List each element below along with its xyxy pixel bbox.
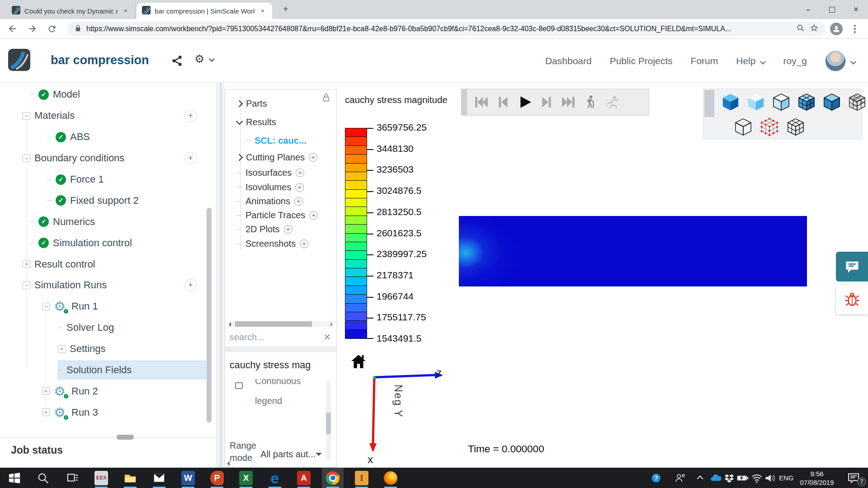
collapse-icon[interactable]: − xyxy=(23,282,30,289)
skip-end-button[interactable] xyxy=(560,95,576,109)
post-tree-item-results[interactable]: Results xyxy=(225,112,336,132)
tray-wifi-icon[interactable] xyxy=(750,468,764,488)
window-maximize-button[interactable] xyxy=(820,0,844,19)
sim-tree-item-result-control[interactable]: +Result control xyxy=(0,253,216,275)
clock[interactable]: 9:56 07/08/2019 xyxy=(792,468,842,488)
browser-tab-2[interactable]: bar compression | SimScale Work xyxy=(137,3,272,19)
taskbar-edge-icon[interactable]: e xyxy=(264,468,286,488)
chevron-down-icon[interactable] xyxy=(850,59,856,65)
expand-icon[interactable]: + xyxy=(42,387,50,395)
dropdown-arrow-icon[interactable] xyxy=(316,453,322,459)
toolbar-handle[interactable] xyxy=(462,89,467,115)
cube-solid-button[interactable] xyxy=(720,91,741,113)
taskbar-firefox-icon[interactable] xyxy=(380,468,401,488)
bookmark-star-icon[interactable] xyxy=(810,23,819,34)
add-isosurfaces-button[interactable] xyxy=(296,169,304,177)
tab-close-icon[interactable] xyxy=(259,7,267,15)
panel-resize-handle[interactable] xyxy=(117,435,134,440)
add-boundary-conditions-button[interactable] xyxy=(184,152,197,164)
taskbar-imagine-icon[interactable]: I xyxy=(351,468,373,488)
clear-search-icon[interactable] xyxy=(323,332,331,343)
tab-close-icon[interactable] xyxy=(122,7,130,15)
nav-forum[interactable]: Forum xyxy=(691,56,718,66)
browser-tab-1[interactable]: Could you check my Dynamic sim xyxy=(6,3,136,19)
sim-tree-item-solution-fields[interactable]: Solution Fields xyxy=(0,360,216,381)
scroll-left-arrow-icon[interactable] xyxy=(227,461,230,466)
forward-icon[interactable] xyxy=(24,21,40,37)
cube-surface-button[interactable] xyxy=(821,91,843,113)
taskbar-mail-icon[interactable] xyxy=(148,468,170,488)
taskbar-task-view-icon[interactable] xyxy=(61,468,83,488)
scroll-right-arrow-icon[interactable] xyxy=(330,322,333,327)
browser-profile-icon[interactable] xyxy=(830,23,843,35)
taskbar-powerpoint-icon[interactable]: P xyxy=(206,468,228,488)
tree-scrollbar-thumb[interactable] xyxy=(207,208,212,422)
chevron-down-icon[interactable] xyxy=(209,56,215,62)
sim-tree-item-settings[interactable]: +Settings xyxy=(0,338,216,360)
toolbar-handle[interactable] xyxy=(704,90,714,117)
tray-volume-icon[interactable] xyxy=(764,468,777,488)
panel-gutter[interactable] xyxy=(216,83,225,468)
sim-tree-item-run-1[interactable]: −⚙Run 1 xyxy=(0,296,216,317)
scrollbar-thumb[interactable] xyxy=(235,321,312,327)
post-tree-item-isovolumes[interactable]: Isovolumes xyxy=(225,180,336,194)
post-tree-item-screenshots[interactable]: Screenshots xyxy=(225,236,336,251)
scrollbar-thumb[interactable] xyxy=(326,413,331,434)
post-tree-item-animations[interactable]: Animations xyxy=(225,194,336,208)
post-tree-item-particle-traces[interactable]: Particle Traces xyxy=(225,208,336,222)
tray-help-icon[interactable]: ? xyxy=(650,468,663,488)
step-back-button[interactable] xyxy=(495,95,511,109)
expand-icon[interactable]: + xyxy=(58,345,66,353)
taskbar-excel-icon[interactable]: X xyxy=(235,468,257,488)
sim-tree-item-numerics[interactable]: Numerics xyxy=(0,211,216,232)
skip-start-button[interactable] xyxy=(473,95,490,109)
collapse-icon[interactable]: − xyxy=(42,303,50,310)
cube-wire-dense-button[interactable] xyxy=(846,91,868,113)
cube-points-button[interactable] xyxy=(759,116,780,138)
tray-battery-icon[interactable] xyxy=(736,468,750,488)
zoom-icon[interactable] xyxy=(796,23,805,34)
cube-wire-button[interactable] xyxy=(732,116,754,138)
tray-chevron-up-icon[interactable] xyxy=(694,468,708,488)
taskbar-chrome-icon[interactable] xyxy=(322,468,344,488)
tray-people-icon[interactable] xyxy=(674,468,687,488)
back-icon[interactable] xyxy=(5,21,20,37)
user-avatar[interactable] xyxy=(825,51,846,71)
window-minimize-button[interactable] xyxy=(796,0,820,19)
sim-tree-item-abs[interactable]: ABS xyxy=(0,127,216,148)
expand-icon[interactable]: + xyxy=(23,260,30,268)
run-person-button[interactable] xyxy=(604,95,620,109)
add-isovolumes-button[interactable] xyxy=(295,183,304,192)
range-mode-value[interactable]: All parts aut... xyxy=(260,449,316,460)
tray-dropbox-icon[interactable] xyxy=(722,468,736,488)
taskbar-acrobat-icon[interactable]: A xyxy=(293,468,315,488)
tray-onedrive-icon[interactable] xyxy=(709,468,722,488)
viewport[interactable]: cauchy stress magnitude 3659756.25344813… xyxy=(338,83,836,468)
taskbar-ees-icon[interactable]: EES xyxy=(90,468,112,488)
post-tree-item-parts[interactable]: Parts xyxy=(225,95,336,112)
action-center-button[interactable]: 7 xyxy=(846,468,866,488)
sim-tree-item-run-2[interactable]: +⚙Run 2 xyxy=(0,380,216,402)
nav-public-projects[interactable]: Public Projects xyxy=(610,56,673,66)
expand-icon[interactable]: + xyxy=(42,408,50,416)
settings-gear-icon[interactable]: ⚙ xyxy=(194,52,204,66)
sim-tree-item-boundary-conditions[interactable]: −Boundary conditions xyxy=(0,148,216,169)
legend-option-checkbox[interactable] xyxy=(235,382,243,389)
sim-tree-item-solver-log[interactable]: Solver Log xyxy=(0,317,216,338)
taskbar-file-explorer-icon[interactable] xyxy=(119,468,141,488)
home-view-icon[interactable] xyxy=(350,354,367,371)
walk-person-button[interactable] xyxy=(582,95,598,109)
search-input[interactable] xyxy=(230,330,319,344)
play-button[interactable] xyxy=(517,95,533,109)
post-tree-item-scl-cauc[interactable]: SCL: cauc... xyxy=(225,132,336,149)
url-field[interactable]: https://www.simscale.com/workbench/?pid=… xyxy=(68,22,825,36)
collapse-icon[interactable]: − xyxy=(23,112,30,120)
collapse-icon[interactable]: − xyxy=(23,155,30,162)
chevron-right-icon[interactable] xyxy=(236,100,243,107)
username[interactable]: roy_g xyxy=(783,56,807,66)
options-scrollbar[interactable] xyxy=(326,381,331,460)
add-cutting-planes-button[interactable] xyxy=(309,153,317,162)
sim-tree-item-run-3[interactable]: +⚙Run 3 xyxy=(0,402,216,423)
sim-tree-item-force-1[interactable]: Force 1 xyxy=(0,169,216,190)
add-screenshots-button[interactable] xyxy=(300,239,308,248)
